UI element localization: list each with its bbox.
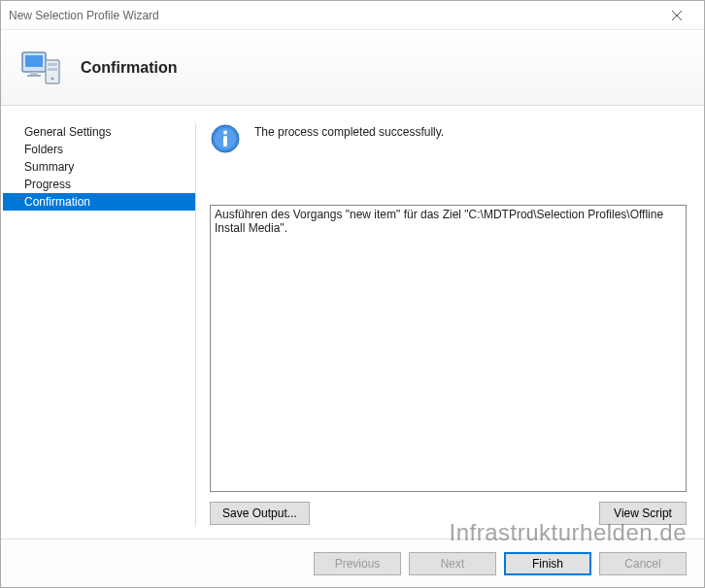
- status-row: The process completed successfully.: [210, 123, 687, 154]
- computer-icon: [18, 45, 65, 91]
- sidebar-item-confirmation[interactable]: Confirmation: [3, 193, 195, 211]
- svg-rect-5: [27, 75, 41, 77]
- header-title: Confirmation: [81, 59, 178, 77]
- finish-button[interactable]: Finish: [504, 552, 591, 575]
- next-button: Next: [409, 552, 496, 575]
- window-title: New Selection Profile Wizard: [9, 9, 657, 22]
- sidebar-item-summary[interactable]: Summary: [1, 158, 195, 176]
- log-output[interactable]: Ausführen des Vorgangs "new item" für da…: [210, 205, 687, 492]
- status-text: The process completed successfully.: [254, 123, 444, 139]
- sidebar-item-folders[interactable]: Folders: [1, 141, 195, 158]
- action-row: Save Output... View Script: [210, 492, 687, 539]
- svg-rect-3: [25, 55, 43, 67]
- svg-point-12: [223, 131, 227, 135]
- footer: Previous Next Finish Cancel: [1, 539, 704, 587]
- main-panel: The process completed successfully. Ausf…: [196, 106, 704, 539]
- close-button[interactable]: [657, 2, 696, 29]
- titlebar: New Selection Profile Wizard: [1, 1, 704, 30]
- sidebar-item-progress[interactable]: Progress: [1, 176, 195, 193]
- svg-rect-8: [48, 68, 57, 71]
- previous-button: Previous: [314, 552, 401, 575]
- sidebar-item-general-settings[interactable]: General Settings: [1, 123, 195, 141]
- info-icon: [210, 123, 241, 154]
- sidebar: General Settings Folders Summary Progres…: [1, 106, 195, 539]
- svg-rect-7: [48, 63, 57, 66]
- svg-rect-4: [30, 72, 38, 75]
- svg-rect-13: [223, 136, 227, 147]
- body: General Settings Folders Summary Progres…: [1, 106, 704, 539]
- svg-point-9: [51, 77, 54, 80]
- close-icon: [672, 11, 682, 20]
- save-output-button[interactable]: Save Output...: [210, 502, 310, 525]
- header: Confirmation: [1, 30, 704, 106]
- view-script-button[interactable]: View Script: [599, 502, 687, 525]
- wizard-window: New Selection Profile Wizard Confirmatio…: [0, 0, 705, 588]
- cancel-button: Cancel: [599, 552, 687, 575]
